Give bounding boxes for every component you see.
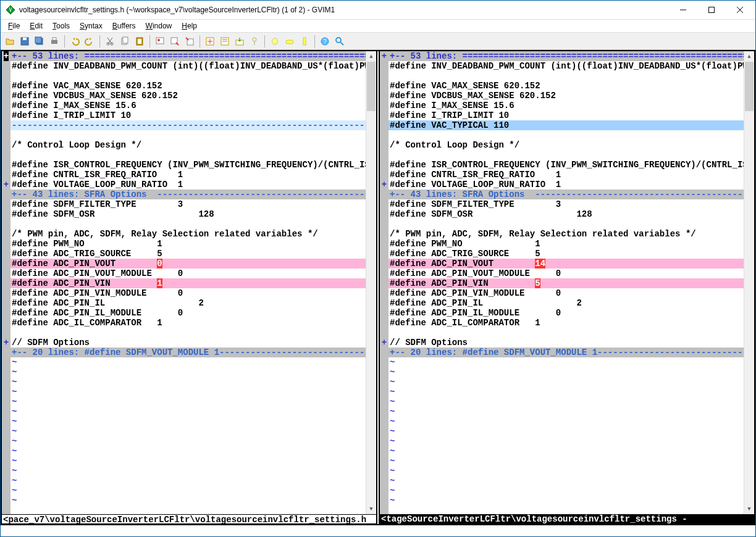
fold-marker[interactable]: [380, 288, 388, 298]
code-line[interactable]: #define INV_DEADBAND_PWM_COUNT (int)((fl…: [10, 61, 366, 71]
find-help-icon[interactable]: [333, 35, 346, 48]
code-line[interactable]: // SDFM Options: [388, 338, 744, 348]
code-line[interactable]: ~: [388, 407, 744, 417]
fold-marker[interactable]: [2, 219, 10, 229]
fold-column-left[interactable]: +++: [2, 51, 10, 514]
fold-marker[interactable]: [380, 219, 388, 229]
shell-icon[interactable]: [283, 35, 296, 48]
fold-marker[interactable]: [380, 209, 388, 219]
code-line[interactable]: #define ISR_CONTROL_FREQUENCY (INV_PWM_S…: [10, 160, 366, 170]
fold-marker[interactable]: [2, 189, 10, 199]
code-line[interactable]: ~: [10, 387, 366, 397]
fold-marker[interactable]: [2, 328, 10, 338]
fold-marker[interactable]: [380, 278, 388, 288]
fold-marker[interactable]: [2, 170, 10, 180]
saveall-icon[interactable]: [33, 35, 46, 48]
code-line[interactable]: +-- 20 lines: #define SDFM_VOUT_MODULE 1…: [388, 348, 744, 357]
fold-marker[interactable]: [2, 397, 10, 407]
code-line[interactable]: #define SDFM_OSR 128: [10, 209, 366, 219]
fold-column-right[interactable]: +++: [380, 51, 388, 514]
minimize-button[interactable]: [669, 1, 697, 19]
code-line[interactable]: ~: [388, 456, 744, 466]
fold-marker[interactable]: +: [2, 51, 10, 61]
fold-marker[interactable]: [380, 130, 388, 140]
menu-window[interactable]: Window: [141, 20, 177, 31]
fold-marker[interactable]: [380, 120, 388, 130]
fold-marker[interactable]: [2, 318, 10, 328]
fold-marker[interactable]: [2, 387, 10, 397]
code-line[interactable]: ~: [388, 436, 744, 446]
command-line[interactable]: [1, 525, 755, 536]
script-icon[interactable]: [218, 35, 232, 48]
paste-icon[interactable]: [133, 35, 146, 48]
code-line[interactable]: ~: [10, 397, 366, 407]
code-line[interactable]: #define ADC_PIN_IL 2: [388, 298, 744, 308]
fold-marker[interactable]: [380, 318, 388, 328]
fold-marker[interactable]: +: [380, 180, 388, 189]
new-session-icon[interactable]: [203, 35, 217, 48]
code-line[interactable]: #define ADC_PIN_VIN_MODULE 0: [388, 288, 744, 298]
fold-marker[interactable]: +: [2, 338, 10, 348]
code-line[interactable]: #define INV_DEADBAND_PWM_COUNT (int)((fl…: [388, 61, 744, 71]
code-line[interactable]: #define VDCBUS_MAX_SENSE 620.152: [388, 91, 744, 101]
fold-marker[interactable]: [380, 268, 388, 278]
fold-marker[interactable]: [380, 189, 388, 199]
fold-marker[interactable]: [2, 259, 10, 268]
code-line[interactable]: #define CNTRL_ISR_FREQ_RATIO 1: [388, 170, 744, 180]
fold-marker[interactable]: [380, 486, 388, 496]
code-line[interactable]: /* PWM pin, ADC, SDFM, Relay Selection r…: [10, 229, 366, 239]
code-line[interactable]: #define VAC_MAX_SENSE 620.152: [388, 81, 744, 91]
fold-marker[interactable]: [380, 150, 388, 160]
code-line[interactable]: #define ADC_TRIG_SOURCE 5: [388, 249, 744, 259]
code-line[interactable]: #define SDFM_FILTER_TYPE 3: [388, 199, 744, 209]
code-line[interactable]: #define SDFM_FILTER_TYPE 3: [10, 199, 366, 209]
text-right[interactable]: +-- 53 lines: ==========================…: [388, 51, 744, 514]
code-line[interactable]: /* Control Loop Design */: [388, 140, 744, 150]
print-icon[interactable]: [48, 35, 61, 48]
fold-marker[interactable]: [2, 496, 10, 506]
fold-marker[interactable]: [380, 496, 388, 506]
code-line[interactable]: [10, 130, 366, 140]
code-line[interactable]: ~: [388, 417, 744, 427]
code-line[interactable]: #define VAC_TYPICAL 110: [388, 120, 744, 130]
fold-marker[interactable]: [2, 199, 10, 209]
code-line[interactable]: ~: [388, 466, 744, 476]
code-line[interactable]: +-- 43 lines: SFRA Options -------------…: [10, 189, 366, 199]
redo-icon[interactable]: [83, 35, 96, 48]
fold-marker[interactable]: [2, 160, 10, 170]
maximize-button[interactable]: [697, 1, 726, 19]
code-line[interactable]: #define ADC_PIN_VOUT_MODULE 0: [388, 268, 744, 278]
fold-marker[interactable]: [380, 81, 388, 91]
fold-marker[interactable]: [2, 61, 10, 71]
fold-marker[interactable]: [380, 367, 388, 377]
code-line[interactable]: #define I_TRIP_LIMIT 10: [10, 110, 366, 120]
fold-marker[interactable]: [380, 328, 388, 338]
code-line[interactable]: ~: [388, 486, 744, 496]
code-line[interactable]: +-- 20 lines: #define SDFM_VOUT_MODULE 1…: [10, 348, 366, 357]
code-line[interactable]: ~: [388, 357, 744, 367]
scroll-up-icon[interactable]: ▲: [744, 51, 754, 62]
fold-marker[interactable]: [380, 61, 388, 71]
fold-marker[interactable]: [380, 249, 388, 259]
code-line[interactable]: ~: [10, 357, 366, 367]
code-line[interactable]: ~: [10, 427, 366, 436]
close-button[interactable]: [726, 1, 754, 19]
fold-marker[interactable]: [380, 308, 388, 318]
fold-marker[interactable]: [2, 476, 10, 486]
text-left[interactable]: +-- 53 lines: ==========================…: [10, 51, 366, 514]
code-line[interactable]: +-- 53 lines: ==========================…: [388, 51, 744, 61]
fold-marker[interactable]: [2, 348, 10, 357]
code-line[interactable]: #define ADC_PIN_IL_MODULE 0: [10, 308, 366, 318]
cut-icon[interactable]: [103, 35, 117, 48]
fold-marker[interactable]: [2, 298, 10, 308]
fold-marker[interactable]: [380, 140, 388, 150]
code-line[interactable]: #define VAC_MAX_SENSE 620.152: [10, 81, 366, 91]
find-next-icon[interactable]: [168, 35, 182, 48]
fold-marker[interactable]: [380, 357, 388, 367]
fold-marker[interactable]: [380, 110, 388, 120]
fold-marker[interactable]: [380, 397, 388, 407]
fold-marker[interactable]: [2, 268, 10, 278]
code-line[interactable]: ~: [10, 496, 366, 506]
copy-icon[interactable]: [118, 35, 132, 48]
code-line[interactable]: #define I_MAX_SENSE 15.6: [10, 101, 366, 110]
